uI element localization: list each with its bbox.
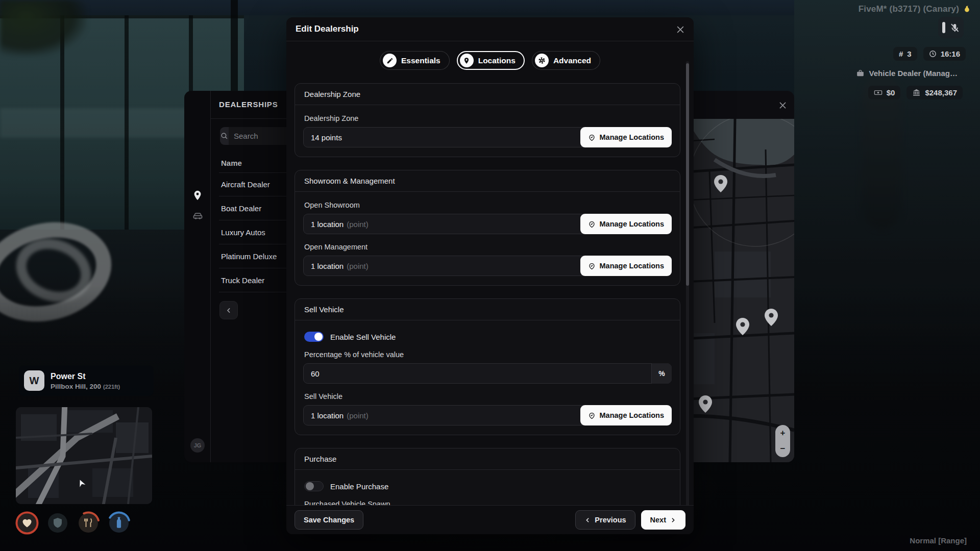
modal-scrollbar[interactable]	[686, 61, 689, 519]
modal-close-button[interactable]	[675, 24, 686, 35]
clock-icon	[929, 50, 937, 58]
voice-level-bar	[942, 22, 945, 33]
zoom-out-button[interactable]: −	[775, 441, 790, 458]
modal-tabs: Essentials Locations Advanced	[286, 51, 694, 70]
elevation-label: (221ft)	[103, 384, 120, 390]
map-zoom-control: + −	[775, 425, 790, 457]
previous-button[interactable]: Previous	[575, 510, 635, 530]
map-pin-marker[interactable]	[765, 309, 778, 326]
hunger-status-icon	[77, 511, 100, 535]
section-dealership-zone: Dealership Zone Dealership Zone 14 point…	[295, 83, 680, 157]
section-title: Sell Vehicle	[295, 299, 680, 320]
dealerships-nav-icon[interactable]	[191, 189, 204, 202]
mic-muted-icon	[949, 22, 960, 33]
fivem-brand: FiveM* (b3717) (Canary)	[859, 4, 972, 14]
zoom-in-button[interactable]: +	[775, 425, 790, 441]
save-changes-button[interactable]: Save Changes	[295, 510, 363, 530]
section-sell-vehicle: Sell Vehicle Enable Sell Vehicle Percent…	[295, 298, 680, 435]
field-label: Percentage % of vehicle value	[304, 350, 671, 359]
field-label: Purchased Vehicle Spawn	[304, 500, 671, 505]
percentage-input[interactable]: 60 %	[303, 363, 672, 384]
chevron-left-icon	[225, 307, 233, 314]
tab-advanced[interactable]: Advanced	[532, 51, 600, 70]
map-pin-marker[interactable]	[736, 318, 749, 335]
tab-locations[interactable]: Locations	[457, 51, 525, 70]
dealership-zone-field[interactable]: 14 points Manage Locations	[303, 127, 672, 147]
map-pin-icon	[460, 54, 474, 67]
cash-icon	[874, 88, 883, 97]
toggle-label: Enable Sell Vehicle	[330, 333, 396, 341]
cash-badge: $0	[868, 86, 901, 99]
compass-direction: W	[24, 370, 44, 391]
field-label: Sell Vehicle	[304, 392, 671, 400]
open-showroom-field[interactable]: 1 location (point) Manage Locations	[303, 214, 672, 234]
field-label: Open Management	[304, 243, 671, 251]
field-label: Dealership Zone	[304, 114, 671, 122]
location-card: W Power St Pillbox Hill, 200(221ft)	[19, 365, 154, 396]
section-showroom-management: Showroom & Management Open Showroom 1 lo…	[295, 170, 680, 286]
bank-badge: $248,367	[906, 86, 963, 99]
voice-indicator	[938, 17, 964, 38]
zone-name: Pillbox Hill, 200(221ft)	[51, 383, 120, 390]
section-title: Dealership Zone	[295, 84, 680, 105]
scrollbar-thumb[interactable]	[686, 63, 689, 286]
field-label: Open Showroom	[304, 201, 671, 209]
thirst-status-icon	[107, 511, 131, 535]
column-header-name: Name	[221, 159, 242, 167]
car-icon	[192, 210, 204, 222]
pin-check-icon	[588, 262, 596, 270]
map-pin-marker[interactable]	[699, 395, 712, 413]
gear-icon	[535, 54, 549, 67]
manage-locations-button[interactable]: Manage Locations	[580, 405, 672, 425]
pin-check-icon	[588, 134, 596, 141]
pin-check-icon	[588, 220, 596, 228]
open-management-field[interactable]: 1 location (point) Manage Locations	[303, 256, 672, 276]
search-icon	[220, 132, 229, 140]
collapse-panel-button[interactable]	[219, 301, 238, 319]
manage-locations-button[interactable]: Manage Locations	[580, 214, 672, 234]
pin-check-icon	[588, 412, 596, 419]
vehicles-nav-icon[interactable]	[191, 209, 204, 222]
voice-range-label: Normal [Range]	[910, 536, 967, 545]
section-purchase: Purchase Enable Purchase Purchased Vehic…	[295, 448, 680, 505]
bank-icon	[912, 88, 921, 97]
modal-title: Edit Dealership	[296, 24, 359, 34]
section-title: Showroom & Management	[295, 170, 680, 192]
section-title: Purchase	[295, 448, 680, 470]
manage-locations-button[interactable]: Manage Locations	[580, 127, 672, 147]
panel-icon-rail: JG	[184, 91, 211, 462]
close-icon	[675, 24, 685, 35]
user-avatar[interactable]: JG	[190, 438, 205, 453]
enable-purchase-toggle[interactable]	[304, 481, 324, 491]
edit-dealership-modal: Edit Dealership Essentials Locations	[286, 17, 694, 534]
time-badge: 16:16	[923, 47, 966, 61]
enable-sell-vehicle-toggle[interactable]	[304, 332, 324, 342]
chevron-left-icon	[584, 517, 591, 523]
toggle-label: Enable Purchase	[330, 482, 388, 491]
street-name: Power St	[51, 371, 120, 382]
minimap	[16, 407, 152, 504]
percent-unit: %	[651, 363, 672, 384]
sell-vehicle-field[interactable]: 1 location (point) Manage Locations	[303, 405, 672, 425]
chevron-right-icon	[670, 517, 676, 523]
health-status-icon	[15, 511, 39, 535]
map-close-button[interactable]	[777, 100, 788, 110]
tab-essentials[interactable]: Essentials	[380, 51, 450, 70]
map-pin-icon	[192, 190, 203, 201]
next-button[interactable]: Next	[641, 510, 685, 530]
manage-locations-button[interactable]: Manage Locations	[580, 256, 672, 276]
pear-emoji-icon	[963, 5, 972, 14]
briefcase-icon	[856, 69, 865, 78]
pencil-icon	[383, 54, 397, 67]
map-pin-marker[interactable]	[714, 175, 727, 192]
server-id-badge: #3	[893, 47, 917, 61]
close-icon	[778, 101, 788, 110]
game-screen: FiveM* (b3717) (Canary) #3 16:16 Vehicle…	[0, 0, 980, 551]
armor-status-icon	[46, 511, 69, 535]
panel-title: DEALERSHIPS	[219, 100, 278, 109]
job-indicator: Vehicle Dealer (Manag…	[856, 69, 958, 78]
